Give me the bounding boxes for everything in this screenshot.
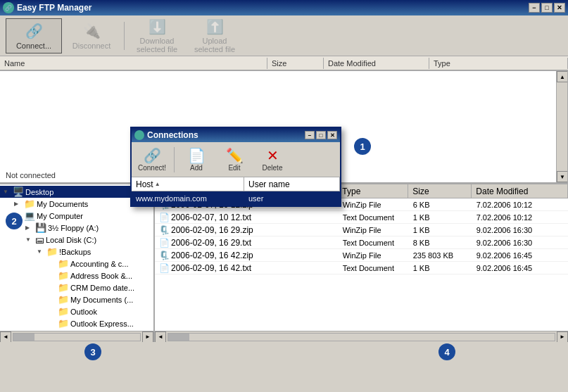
scroll-down-button[interactable]: ▼ bbox=[557, 171, 568, 182]
file-cell-size: 6 KB bbox=[409, 201, 472, 209]
tree-expander-icon[interactable]: ▶ bbox=[14, 201, 24, 207]
upload-button[interactable]: ⬆️ Upload selected file bbox=[187, 18, 243, 53]
tree-item[interactable]: 📁 Accounting & c... bbox=[0, 258, 153, 270]
app-window: 🔗 Easy FTP Manager − □ ✕ 🔗 Connect... 🔌 … bbox=[0, 0, 568, 392]
file-row[interactable]: 🗜️ 2006-02-09, 16 42.zip WinZip File 235… bbox=[155, 249, 568, 262]
tree-node-label: Accounting & c... bbox=[70, 260, 129, 268]
dialog-add-button[interactable]: 📄 Add bbox=[179, 145, 214, 174]
remote-header-size[interactable]: Size bbox=[267, 58, 324, 69]
file-cell-type: Text Document bbox=[339, 213, 409, 222]
tree-item[interactable]: ▶ 💾 3½ Floppy (A:) bbox=[0, 222, 153, 234]
tree-scrollbar-x[interactable]: ◄ ► bbox=[0, 331, 153, 342]
tree-node-label: Desktop bbox=[25, 188, 53, 196]
file-scroll-right[interactable]: ► bbox=[557, 331, 568, 343]
dialog-icon bbox=[134, 130, 144, 140]
file-type-icon: 📄 bbox=[159, 263, 170, 273]
badge-2-wrapper: 2 bbox=[6, 213, 23, 229]
dialog-list-row[interactable]: www.mydomain.com user bbox=[132, 191, 340, 206]
badge-3: 3 bbox=[84, 343, 101, 360]
file-cell-date: 9.02.2006 16:30 bbox=[472, 239, 568, 247]
connect-label: Connect... bbox=[16, 42, 51, 50]
file-type-icon: 📄 bbox=[159, 238, 170, 248]
file-row[interactable]: 🗜️ 2006-02-09, 16 29.zip WinZip File 1 K… bbox=[155, 224, 568, 236]
file-type-icon: 🗜️ bbox=[159, 251, 170, 260]
download-button[interactable]: ⬇️ Download selected file bbox=[129, 18, 185, 53]
file-row[interactable]: 📄 2006-02-09, 16 29.txt Text Document 8 … bbox=[155, 236, 568, 249]
tree-item[interactable]: ▼ 📁 !Backups bbox=[0, 246, 153, 258]
file-panel: Name ▲ Type Size Date Modified 🗜️ 2006-0… bbox=[155, 184, 568, 342]
file-cell-size: 235 803 KB bbox=[409, 251, 472, 260]
file-scroll-left[interactable]: ◄ bbox=[155, 331, 166, 343]
remote-scrollbar[interactable]: ▲ ▼ bbox=[556, 71, 567, 182]
remote-header-date[interactable]: Date Modified bbox=[324, 58, 429, 69]
tree-expander-icon[interactable]: ▼ bbox=[37, 248, 46, 255]
tree-item[interactable]: 📁 CRM Demo date... bbox=[0, 282, 153, 293]
tree-item[interactable]: 📁 Outlook Express... bbox=[0, 317, 153, 329]
file-cell-date: 7.02.2006 10:12 bbox=[472, 213, 568, 222]
tree-item[interactable]: ▼ 🖴 Local Disk (C:) bbox=[0, 234, 153, 246]
dialog-maximize-button[interactable]: □ bbox=[316, 131, 326, 139]
dialog-delete-icon: ✕ bbox=[267, 147, 279, 164]
file-col-date[interactable]: Date Modified bbox=[472, 184, 568, 198]
app-icon: 🔗 bbox=[3, 2, 14, 13]
title-controls: − □ ✕ bbox=[529, 3, 565, 13]
tree-items-container: ▼ 🖥️ Desktop ▶ 📁 My Documents ▼ 💻 My Com… bbox=[0, 186, 153, 329]
file-type-icon: 📄 bbox=[159, 213, 170, 222]
file-cell-size: 1 KB bbox=[409, 264, 472, 272]
tree-scroll-thumb[interactable] bbox=[13, 334, 34, 341]
tree-expander-icon[interactable]: ▼ bbox=[25, 236, 35, 243]
dialog-minimize-button[interactable]: − bbox=[305, 131, 315, 139]
file-row[interactable]: 📄 2006-02-09, 16 42.txt Text Document 1 … bbox=[155, 262, 568, 274]
badge-4-wrapper: 4 bbox=[438, 343, 455, 360]
file-cell-type: WinZip File bbox=[339, 201, 409, 209]
tree-node-icon: 📁 bbox=[24, 198, 35, 209]
dialog-list-header: Host ▲ User name bbox=[132, 177, 340, 191]
tree-node-icon: 💻 bbox=[24, 210, 35, 221]
connect-button[interactable]: 🔗 Connect... bbox=[6, 18, 62, 53]
file-cell-size: 1 KB bbox=[409, 226, 472, 234]
file-rows-container: 🗜️ 2006-02-07, 10 12.zip WinZip File 6 K… bbox=[155, 198, 568, 274]
dialog-connect-button[interactable]: 🔗 Connect! bbox=[134, 145, 170, 174]
dialog-username-col[interactable]: User name bbox=[244, 177, 340, 191]
tree-item[interactable]: 📁 Address Book &... bbox=[0, 270, 153, 282]
disconnect-button[interactable]: 🔌 Disconnect bbox=[63, 18, 120, 53]
tree-node-label: CRM Demo date... bbox=[70, 284, 134, 292]
tree-expander-icon[interactable]: ▼ bbox=[3, 189, 13, 195]
tree-item[interactable]: ▼ 💻 My Computer bbox=[0, 210, 153, 222]
tree-expander-icon[interactable]: ▶ bbox=[25, 225, 35, 231]
tree-item[interactable]: 📁 My Documents (... bbox=[0, 293, 153, 305]
file-scrollbar-x[interactable]: ◄ ► bbox=[155, 331, 568, 342]
close-button[interactable]: ✕ bbox=[554, 3, 565, 13]
tree-node-label: My Documents bbox=[37, 200, 88, 208]
dialog-edit-button[interactable]: ✏️ Edit bbox=[217, 145, 252, 174]
tree-scroll-right[interactable]: ► bbox=[142, 331, 153, 343]
tree-scroll-left[interactable]: ◄ bbox=[0, 331, 11, 343]
toolbar-separator-1 bbox=[124, 22, 125, 50]
scroll-up-button[interactable]: ▲ bbox=[557, 71, 568, 82]
file-cell-date: 7.02.2006 10:12 bbox=[472, 201, 568, 209]
badge-3-wrapper: 3 bbox=[84, 343, 101, 360]
tree-panel: 2 ▼ 🖥️ Desktop ▶ 📁 My Documents ▼ 💻 My C… bbox=[0, 184, 155, 342]
remote-header-type[interactable]: Type bbox=[429, 58, 568, 69]
remote-file-header: Name Size Date Modified Type bbox=[0, 56, 568, 70]
tree-item[interactable]: 📁 Outlook bbox=[0, 305, 153, 317]
scroll-track bbox=[557, 82, 567, 171]
minimize-button[interactable]: − bbox=[529, 3, 540, 13]
tree-node-label: Address Book &... bbox=[70, 272, 132, 280]
file-row[interactable]: 📄 2006-02-07, 10 12.txt Text Document 1 … bbox=[155, 211, 568, 224]
toolbar: 🔗 Connect... 🔌 Disconnect ⬇️ Download se… bbox=[0, 15, 568, 56]
tree-node-icon: 💾 bbox=[35, 222, 46, 233]
dialog-close-button[interactable]: ✕ bbox=[327, 131, 337, 139]
file-cell-name: 🗜️ 2006-02-09, 16 42.zip bbox=[155, 251, 339, 260]
dialog-edit-label: Edit bbox=[228, 164, 240, 172]
file-col-type[interactable]: Type bbox=[338, 184, 408, 198]
dialog-add-label: Add bbox=[190, 164, 203, 172]
disconnect-icon: 🔌 bbox=[82, 22, 101, 40]
dialog-host-col[interactable]: Host ▲ bbox=[132, 177, 244, 191]
file-scroll-thumb[interactable] bbox=[168, 334, 189, 341]
dialog-delete-button[interactable]: ✕ Delete bbox=[255, 145, 290, 174]
file-col-size[interactable]: Size bbox=[408, 184, 472, 198]
maximize-button[interactable]: □ bbox=[541, 3, 553, 13]
remote-header-name[interactable]: Name bbox=[0, 58, 267, 69]
tree-node-icon: 🖴 bbox=[35, 234, 44, 245]
